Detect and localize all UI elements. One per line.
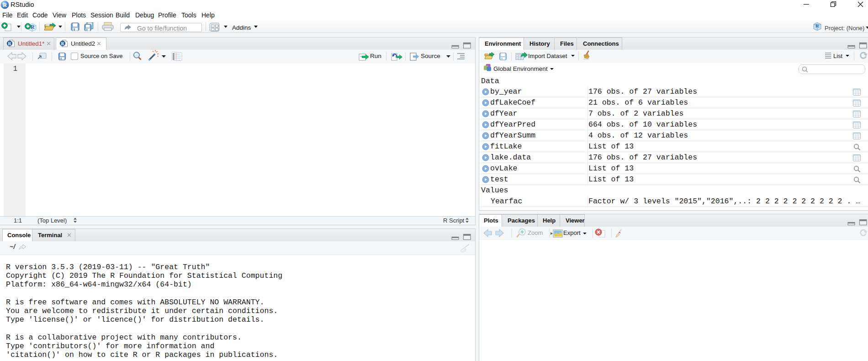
svg-text:R: R: [815, 23, 820, 28]
svg-text:R: R: [8, 42, 11, 46]
svg-text:R: R: [3, 2, 7, 8]
svg-text:R: R: [31, 24, 35, 30]
svg-text:R: R: [61, 42, 64, 46]
